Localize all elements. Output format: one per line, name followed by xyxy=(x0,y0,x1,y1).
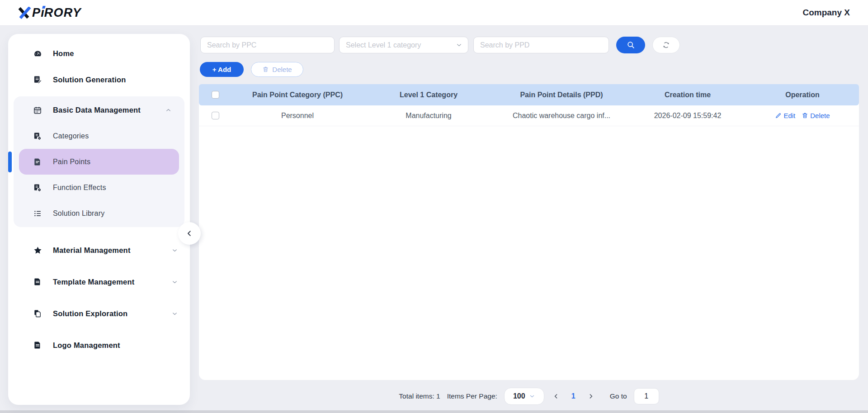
sidebar: Home Solution Generation Basic Data Mana… xyxy=(8,34,190,405)
chevron-up-icon xyxy=(165,107,172,114)
copy-pages-icon xyxy=(33,309,42,318)
sidebar-item-home[interactable]: Home xyxy=(8,40,190,66)
sidebar-item-pain-points[interactable]: Pain Points xyxy=(19,149,179,175)
delete-button[interactable]: Delete xyxy=(251,62,303,77)
sidebar-item-function-effects[interactable]: Function Effects xyxy=(19,175,179,200)
logo-i-letter: ı xyxy=(41,6,44,20)
sidebar-item-label: Pain Points xyxy=(53,158,90,166)
company-name: Company X xyxy=(802,8,850,18)
chevron-down-icon xyxy=(171,279,178,285)
cell-creation-time: 2026-02-09 15:59:42 xyxy=(629,112,746,120)
goto-page-input[interactable] xyxy=(634,388,659,404)
pain-points-table: Pain Point Category (PPC) Level 1 Catego… xyxy=(199,84,859,380)
column-header-level1: Level 1 Category xyxy=(363,91,494,99)
dashboard-icon xyxy=(33,48,42,58)
cell-operation: Edit Delete xyxy=(746,112,859,119)
items-per-page-select[interactable]: 100 xyxy=(504,388,544,405)
search-button[interactable] xyxy=(616,37,645,53)
list-icon xyxy=(33,209,42,218)
sidebar-item-basic-data-management[interactable]: Basic Data Management xyxy=(19,97,179,123)
table-header-row: Pain Point Category (PPC) Level 1 Catego… xyxy=(199,84,859,105)
sidebar-item-label: Solution Exploration xyxy=(53,309,127,318)
sidebar-group-basic-data: Basic Data Management Categories Pain Po… xyxy=(14,96,184,227)
document-icon xyxy=(33,277,42,287)
column-header-ppc: Pain Point Category (PPC) xyxy=(231,91,363,99)
sidebar-item-logo-management[interactable]: Logo Management xyxy=(8,332,190,358)
chevron-left-icon xyxy=(552,393,560,400)
goto-page-label: Go to xyxy=(610,392,627,400)
search-icon xyxy=(626,40,636,50)
document-gear-icon xyxy=(33,131,42,141)
select-placeholder: Select Level 1 category xyxy=(346,41,456,49)
sidebar-collapse-button[interactable] xyxy=(178,222,201,245)
top-bar: PıRORY Company X xyxy=(0,0,868,26)
edit-link[interactable]: Edit xyxy=(775,112,795,119)
total-items-label: Total items: 1 xyxy=(399,392,440,400)
logo-x-icon xyxy=(18,7,32,19)
chevron-down-icon xyxy=(171,247,178,254)
logo-text-suffix: RORY xyxy=(44,6,81,20)
chevron-right-icon xyxy=(587,393,594,400)
logo[interactable]: PıRORY xyxy=(18,6,81,20)
add-button[interactable]: + Add xyxy=(200,62,244,77)
document-icon xyxy=(33,340,42,350)
cell-ppc: Personnel xyxy=(231,112,363,120)
sidebar-item-solution-exploration[interactable]: Solution Exploration xyxy=(8,300,190,327)
cell-ppd: Chaotic warehouse cargo inf... xyxy=(494,112,629,120)
sidebar-item-solution-library[interactable]: Solution Library xyxy=(19,200,179,226)
document-gear-icon xyxy=(33,183,42,193)
table-row: Personnel Manufacturing Chaotic warehous… xyxy=(199,105,859,126)
sidebar-item-label: Home xyxy=(53,49,74,58)
sidebar-item-label: Template Management xyxy=(53,278,134,286)
sidebar-item-label: Logo Management xyxy=(53,341,120,350)
sidebar-item-label: Categories xyxy=(53,132,89,140)
next-page-button[interactable] xyxy=(586,393,596,400)
document-icon xyxy=(33,157,42,167)
sidebar-item-solution-generation[interactable]: Solution Generation xyxy=(8,66,190,93)
pagination-bar: Total items: 1 Items Per Page: 100 1 Go … xyxy=(199,386,859,407)
row-checkbox[interactable] xyxy=(212,112,219,119)
chevron-left-icon xyxy=(185,229,193,237)
column-header-operation: Operation xyxy=(746,91,859,99)
star-icon xyxy=(33,245,42,255)
pencil-icon xyxy=(775,112,782,119)
calendar-icon xyxy=(33,105,42,115)
sidebar-item-material-management[interactable]: Material Management xyxy=(8,237,190,263)
active-item-indicator xyxy=(8,152,12,172)
items-per-page-value: 100 xyxy=(513,392,525,400)
logo-text: P xyxy=(32,6,41,20)
sidebar-item-label: Solution Library xyxy=(53,209,104,218)
level1-category-select[interactable]: Select Level 1 category xyxy=(339,37,468,53)
sidebar-item-label: Function Effects xyxy=(53,184,106,192)
page-number-current[interactable]: 1 xyxy=(571,392,576,400)
delete-link[interactable]: Delete xyxy=(802,112,830,119)
column-header-ppd: Pain Point Details (PPD) xyxy=(494,91,629,99)
previous-page-button[interactable] xyxy=(551,393,561,400)
sidebar-item-label: Basic Data Management xyxy=(53,106,141,114)
refresh-button[interactable] xyxy=(652,37,680,53)
chevron-down-icon xyxy=(171,310,178,317)
search-ppc-input[interactable] xyxy=(200,37,335,53)
search-ppd-input[interactable] xyxy=(473,37,609,53)
column-header-creation-time: Creation time xyxy=(629,91,746,99)
sidebar-item-categories[interactable]: Categories xyxy=(19,123,179,149)
sidebar-item-label: Solution Generation xyxy=(53,76,126,84)
trash-icon xyxy=(262,66,269,73)
trash-icon xyxy=(802,112,808,119)
refresh-icon xyxy=(662,41,670,49)
cell-level1: Manufacturing xyxy=(363,112,494,120)
delete-button-label: Delete xyxy=(272,66,292,73)
sidebar-item-label: Material Management xyxy=(53,246,131,255)
edit-link-label: Edit xyxy=(783,112,795,119)
items-per-page-label: Items Per Page: xyxy=(447,392,497,400)
chevron-down-icon xyxy=(456,42,462,48)
app-root: PıRORY Company X Home Solution Generatio… xyxy=(0,0,868,413)
delete-link-label: Delete xyxy=(810,112,830,119)
chevron-down-icon xyxy=(529,393,535,399)
select-all-checkbox[interactable] xyxy=(212,91,219,99)
sidebar-item-template-management[interactable]: Template Management xyxy=(8,269,190,295)
document-pen-icon xyxy=(33,75,42,85)
horizontal-scrollbar[interactable] xyxy=(0,410,868,413)
